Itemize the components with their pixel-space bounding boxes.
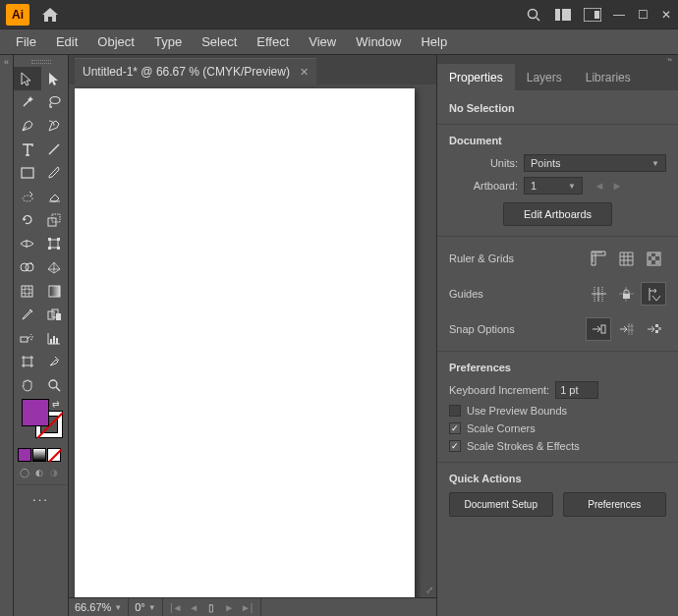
direct-selection-tool-icon[interactable] [41,67,69,90]
menu-type[interactable]: Type [144,29,192,55]
svg-rect-50 [655,260,659,264]
artboard-prev-icon[interactable]: ◄ [593,177,606,195]
free-transform-tool-icon[interactable] [41,232,69,255]
scale-strokes-checkbox[interactable]: Scale Strokes & Effects [449,440,666,452]
workspace-icon[interactable] [578,0,607,29]
close-button[interactable]: ✕ [654,5,678,25]
shape-builder-tool-icon[interactable] [14,255,41,279]
show-guides-icon[interactable] [586,282,611,306]
canvas[interactable]: ⤢ [69,84,436,597]
keyboard-increment-input[interactable]: 1 pt [555,381,598,399]
close-tab-icon[interactable]: ✕ [300,66,309,79]
svg-rect-27 [56,313,61,320]
minimize-button[interactable]: — [607,5,631,25]
none-mode-icon[interactable] [47,448,61,462]
artboard-next-icon[interactable]: ► [610,177,624,195]
type-tool-icon[interactable] [14,138,41,161]
color-mode-icon[interactable] [18,448,31,462]
document-tab[interactable]: Untitled-1* @ 66.67 % (CMYK/Preview) ✕ [75,58,316,84]
grid-icon[interactable] [613,247,639,270]
fill-swatch[interactable] [22,399,49,426]
snap-to-pixel-icon[interactable] [641,317,666,341]
rotate-tool-icon[interactable] [14,208,41,232]
rotation-angle[interactable]: 0°▼ [129,598,162,617]
zoom-level[interactable]: 66.67%▼ [69,598,129,617]
svg-rect-62 [655,330,658,333]
tab-properties[interactable]: Properties [437,64,515,90]
artboard-tool-icon[interactable] [14,350,41,373]
pen-tool-icon[interactable] [14,114,41,138]
tab-layers[interactable]: Layers [515,64,574,90]
use-preview-bounds-checkbox[interactable]: Use Preview Bounds [449,405,666,417]
svg-point-7 [50,97,60,104]
lasso-tool-icon[interactable] [41,90,69,114]
menu-window[interactable]: Window [346,29,411,55]
transparency-grid-icon[interactable] [641,247,666,270]
paintbrush-tool-icon[interactable] [41,161,69,185]
swap-fill-stroke-icon[interactable]: ⇄ [52,399,60,409]
arrange-icon[interactable] [548,0,578,29]
perspective-grid-tool-icon[interactable] [41,255,69,279]
menu-object[interactable]: Object [87,29,144,55]
scale-corners-checkbox[interactable]: Scale Corners [449,422,666,434]
menu-help[interactable]: Help [411,29,457,55]
preferences-button[interactable]: Preferences [563,492,667,517]
edit-toolbar-button[interactable]: ... [17,484,66,508]
eraser-tool-icon[interactable] [41,185,69,208]
snap-to-grid-icon[interactable] [613,317,639,341]
menu-view[interactable]: View [299,29,346,55]
magic-wand-tool-icon[interactable] [14,90,41,114]
rectangle-tool-icon[interactable] [14,161,41,185]
blend-tool-icon[interactable] [41,303,69,326]
curvature-tool-icon[interactable] [41,114,69,138]
maximize-button[interactable]: ☐ [631,5,654,25]
line-tool-icon[interactable] [41,138,69,161]
fill-stroke-control[interactable]: ⇄ [18,399,64,444]
svg-rect-19 [57,247,60,250]
toolbar-expand[interactable]: « [0,55,14,616]
snap-to-point-icon[interactable] [586,317,611,341]
keyboard-increment-label: Keyboard Increment: [449,384,549,396]
svg-rect-18 [48,247,51,250]
edit-artboards-button[interactable]: Edit Artboards [503,202,612,226]
units-label: Units: [449,157,518,169]
menu-select[interactable]: Select [192,29,247,55]
svg-rect-5 [594,11,599,19]
scale-tool-icon[interactable] [41,208,69,232]
units-select[interactable]: Points▼ [524,154,666,172]
home-icon[interactable] [35,0,65,29]
eyedropper-tool-icon[interactable] [14,303,41,326]
artboard-select[interactable]: 1▼ [524,177,583,195]
menu-effect[interactable]: Effect [247,29,299,55]
menu-file[interactable]: File [6,29,46,55]
shaper-tool-icon[interactable] [14,185,41,208]
menubar: File Edit Object Type Select Effect View… [0,29,678,55]
column-graph-tool-icon[interactable] [41,326,69,350]
slice-tool-icon[interactable] [41,350,69,373]
menu-edit[interactable]: Edit [46,29,87,55]
hand-tool-icon[interactable] [14,373,41,397]
width-tool-icon[interactable] [14,232,41,255]
gradient-tool-icon[interactable] [41,279,69,303]
tab-libraries[interactable]: Libraries [574,64,643,90]
smart-guides-icon[interactable] [641,282,666,306]
lock-guides-icon[interactable] [613,282,639,306]
guides-label: Guides [449,288,584,300]
svg-rect-17 [57,238,60,241]
artboard-nav[interactable]: |◄◄▯►►| [163,598,261,617]
selection-tool-icon[interactable] [14,67,41,90]
draw-normal-icon[interactable]: ◯ [18,466,31,479]
scroll-corner: ⤢ [422,583,436,597]
document-setup-button[interactable]: Document Setup [449,492,553,517]
artboard[interactable] [75,88,415,597]
zoom-tool-icon[interactable] [41,373,69,397]
rulers-icon[interactable] [586,247,611,270]
gradient-mode-icon[interactable] [32,448,46,462]
document-section-head: Document [449,135,666,146]
draw-inside-icon[interactable]: ◑ [47,466,61,479]
search-icon[interactable] [519,0,548,29]
symbol-sprayer-tool-icon[interactable] [14,326,41,350]
toolbar-handle[interactable] [14,59,68,65]
draw-behind-icon[interactable]: ◐ [32,466,46,479]
mesh-tool-icon[interactable] [14,279,41,303]
